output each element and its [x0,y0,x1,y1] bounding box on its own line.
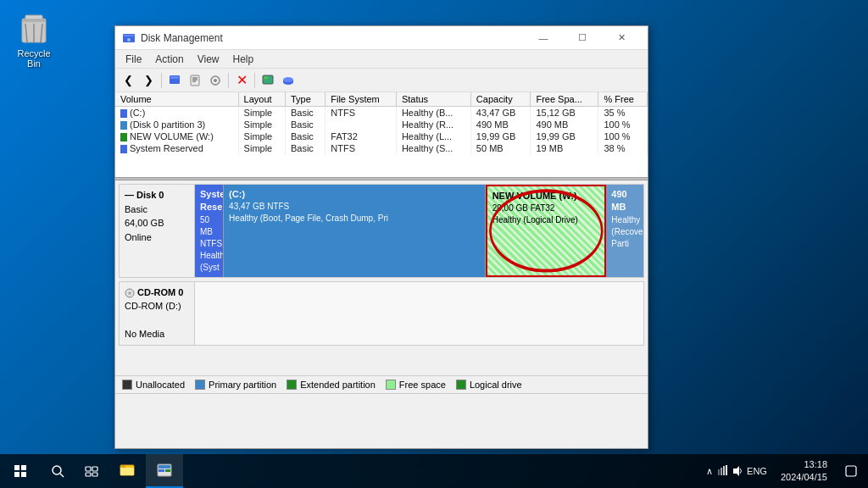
disk0-status: Online [125,230,189,245]
taskbar-explorer-btn[interactable] [108,454,146,488]
partition-system-reserved[interactable]: System Rese 50 MB NTFS Healthy (Syst [195,185,224,277]
svg-rect-5 [22,19,46,22]
svg-rect-37 [120,465,125,468]
table-row[interactable]: System Reserved Simple Basic NTFS Health… [115,142,648,154]
statusbar [115,393,648,410]
legend-logical-box [456,380,466,390]
up-button[interactable] [165,71,184,90]
diskmgmt-taskbar-icon [156,462,173,479]
legend: Unallocated Primary partition Extended p… [115,375,648,393]
toolbar-sep-3 [254,73,255,88]
legend-extended-label: Extended partition [300,380,376,390]
menubar: File Action View Help [115,50,648,69]
toolbar-sep-2 [228,73,229,88]
menu-view[interactable]: View [191,52,226,67]
window-title: Disk Management [141,32,524,44]
recycle-bin-label: Recycle Bin [12,48,56,69]
speaker-icon [732,465,743,477]
legend-extended: Extended partition [287,380,376,390]
taskbar: ∧ ENG 13:18 2024/04/15 [0,454,868,488]
disk0-partitions: System Rese 50 MB NTFS Healthy (Syst (C:… [195,184,644,278]
settings-button[interactable] [206,71,225,90]
refresh-button[interactable]: ✕ [232,71,251,90]
disk-map-area: — Disk 0 Basic 64,00 GB Online System Re… [115,180,648,375]
notification-icon [845,465,857,477]
search-icon [51,464,64,478]
volume-table: Volume Layout Type File System Status Ca… [115,92,648,154]
cdrom-type: CD-ROM (D:) [125,299,189,313]
partition-new-volume[interactable]: NEW VOLUME (W:) 20,00 GB FAT32 Healthy (… [486,185,607,277]
svg-rect-32 [92,467,97,471]
forward-button[interactable]: ❯ [139,71,158,90]
close-button[interactable]: ✕ [602,26,641,50]
disk0-name: — Disk 0 [125,188,189,202]
col-layout[interactable]: Layout [238,92,285,107]
back-button[interactable]: ❮ [119,71,137,90]
taskbar-date: 2024/04/15 [781,471,827,484]
svg-rect-43 [721,468,722,475]
svg-point-29 [53,466,61,474]
table-row[interactable]: NEW VOLUME (W:) Simple Basic FAT32 Healt… [115,130,648,142]
col-pctfree[interactable]: % Free [598,92,648,107]
recycle-bin-icon[interactable]: Recycle Bin [8,8,59,72]
legend-unallocated-label: Unallocated [136,380,185,390]
svg-point-21 [283,77,293,82]
svg-rect-10 [170,76,179,79]
disk0-row: — Disk 0 Basic 64,00 GB Online System Re… [119,184,644,278]
language-indicator[interactable]: ENG [747,466,767,476]
svg-rect-26 [21,465,26,470]
svg-rect-42 [718,469,720,475]
svg-point-8 [127,38,131,42]
svg-rect-31 [86,467,91,471]
partition-recovery[interactable]: 490 MB Healthy (Recovery Parti [606,185,643,277]
svg-marker-46 [733,466,739,476]
svg-rect-11 [191,75,199,86]
minimize-button[interactable]: — [524,26,563,50]
svg-rect-44 [723,466,725,475]
svg-rect-39 [159,465,170,469]
notification-button[interactable] [834,454,868,488]
disk0-size: 64,00 GB [125,216,189,230]
disk-button[interactable] [279,71,298,90]
col-type[interactable]: Type [285,92,325,107]
taskbar-diskmgmt-btn[interactable] [146,454,183,488]
tray-chevron[interactable]: ∧ [706,466,713,477]
explorer-icon [119,462,136,479]
legend-logical: Logical drive [456,380,522,390]
search-taskbar-button[interactable] [41,454,75,488]
menu-file[interactable]: File [119,52,148,67]
legend-unallocated-box [122,380,132,390]
taskbar-clock[interactable]: 13:18 2024/04/15 [774,458,834,485]
svg-rect-45 [726,465,727,475]
maximize-button[interactable]: ☐ [563,26,602,50]
table-row[interactable]: (Disk 0 partition 3) Simple Basic Health… [115,119,648,130]
legend-logical-label: Logical drive [470,380,522,390]
partition-c[interactable]: (C:) 43,47 GB NTFS Healthy (Boot, Page F… [224,185,486,277]
menu-help[interactable]: Help [226,52,261,67]
window-controls: — ☐ ✕ [524,26,641,50]
start-button[interactable] [0,454,41,488]
col-status[interactable]: Status [396,92,470,107]
legend-free: Free space [386,380,446,390]
cdrom-icon [125,288,135,298]
col-freespace[interactable]: Free Spa... [531,92,598,107]
disk0-type: Basic [125,202,189,217]
svg-line-30 [60,474,64,477]
cdrom-name: CD-ROM 0 [125,286,189,300]
properties-button[interactable] [186,71,204,90]
col-capacity[interactable]: Capacity [470,92,531,107]
start-icon [14,464,27,478]
help-button[interactable] [259,71,277,90]
task-view-button[interactable] [75,454,108,488]
table-row[interactable]: (C:) Simple Basic NTFS Healthy (B... 43,… [115,107,648,119]
col-filesystem[interactable]: File System [326,92,397,107]
legend-unallocated: Unallocated [122,380,185,390]
volume-table-container[interactable]: Volume Layout Type File System Status Ca… [115,92,648,177]
cdrom-label: CD-ROM 0 CD-ROM (D:) No Media [119,281,195,346]
cdrom-status: No Media [125,327,189,341]
legend-free-box [386,380,396,390]
taskbar-time: 13:18 [781,458,827,471]
svg-rect-40 [159,469,164,472]
col-volume[interactable]: Volume [115,92,238,107]
menu-action[interactable]: Action [148,52,190,67]
